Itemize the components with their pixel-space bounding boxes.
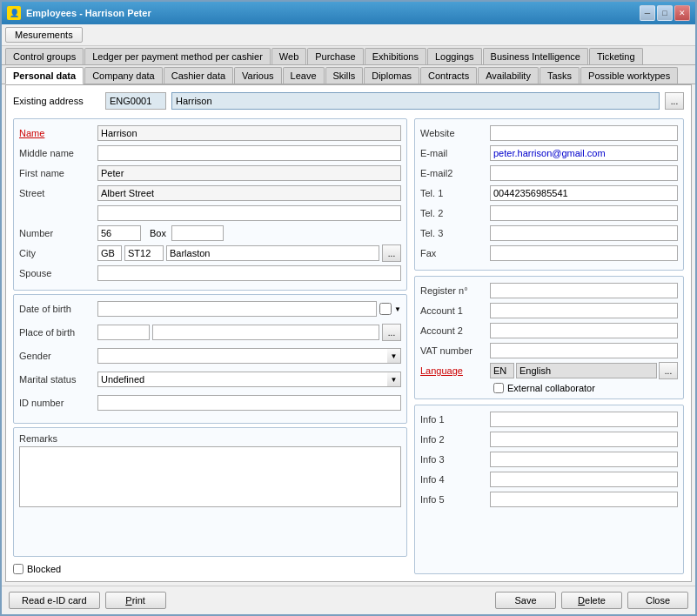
info2-input[interactable]	[490, 432, 678, 447]
tab-cashier-data[interactable]: Cashier data	[164, 67, 233, 84]
tab-ticketing[interactable]: Ticketing	[589, 48, 643, 64]
tab-skills[interactable]: Skills	[325, 67, 364, 84]
maximize-button[interactable]: □	[657, 5, 673, 21]
street-input[interactable]	[97, 185, 401, 201]
post-code-input[interactable]	[124, 245, 164, 261]
lang-name-input[interactable]	[516, 363, 657, 378]
id-row: ID number	[19, 394, 401, 412]
info4-input[interactable]	[490, 472, 678, 487]
middle-name-input[interactable]	[97, 145, 401, 161]
pob-browse-button[interactable]: ...	[382, 324, 401, 341]
remarks-section: Remarks	[13, 427, 407, 557]
account1-input[interactable]	[490, 303, 678, 318]
language-row: Language ...	[420, 362, 678, 379]
id-input[interactable]	[97, 395, 401, 411]
first-name-input[interactable]	[97, 165, 401, 181]
tel3-input[interactable]	[490, 225, 678, 241]
blocked-checkbox[interactable]	[13, 564, 23, 574]
marital-label: Marital status	[19, 374, 97, 385]
dob-input[interactable]	[97, 301, 377, 317]
pob-row: Place of birth ...	[19, 324, 401, 341]
website-input[interactable]	[490, 125, 678, 141]
close-window-button[interactable]: ✕	[674, 5, 690, 21]
address-browse-button[interactable]: ...	[665, 92, 684, 110]
blocked-row: Blocked	[13, 564, 407, 574]
minimize-button[interactable]: ─	[640, 5, 655, 21]
tel1-input[interactable]	[490, 185, 678, 201]
close-button[interactable]: Close	[627, 592, 688, 609]
right-column: Website E-mail E-mail2 Tel. 1	[414, 118, 684, 574]
tab-possible-worktypes[interactable]: Possible worktypes	[580, 67, 678, 84]
tab-company-data[interactable]: Company data	[84, 67, 163, 84]
register-input[interactable]	[490, 283, 678, 298]
delete-button[interactable]: Delete	[561, 592, 622, 609]
tab-personal-data[interactable]: Personal data	[5, 67, 84, 84]
tab-ledger[interactable]: Ledger per payment method per cashier	[84, 48, 271, 64]
account2-input[interactable]	[490, 323, 678, 338]
account2-row: Account 2	[420, 322, 678, 339]
name-row: Name	[19, 124, 401, 142]
number-input[interactable]	[97, 225, 141, 241]
street-extra-input[interactable]	[97, 205, 401, 221]
name-label[interactable]: Name	[19, 128, 97, 138]
tab-leave[interactable]: Leave	[283, 67, 325, 84]
account2-label: Account 2	[420, 325, 490, 336]
gender-dropdown-arrow[interactable]: ▼	[387, 348, 401, 364]
tab-tasks[interactable]: Tasks	[540, 67, 580, 84]
tab-purchase[interactable]: Purchase	[307, 48, 363, 64]
address-name-input[interactable]	[171, 92, 660, 110]
info5-row: Info 5	[420, 491, 678, 508]
tab-contracts[interactable]: Contracts	[420, 67, 477, 84]
lang-browse-button[interactable]: ...	[659, 362, 678, 379]
email-input[interactable]	[490, 145, 678, 161]
marital-dropdown-arrow[interactable]: ▼	[387, 372, 401, 387]
box-input[interactable]	[171, 225, 224, 241]
tab-business-intelligence[interactable]: Business Intelligence	[483, 48, 588, 64]
info3-label: Info 3	[420, 454, 490, 465]
save-button[interactable]: Save	[495, 592, 556, 609]
address-code-input[interactable]	[105, 92, 166, 110]
street-extra-row	[19, 204, 401, 222]
info2-label: Info 2	[420, 434, 490, 445]
city-name-input[interactable]	[166, 245, 379, 261]
spouse-input[interactable]	[97, 265, 401, 281]
email2-input[interactable]	[490, 165, 678, 181]
remarks-textarea[interactable]	[19, 446, 401, 507]
marital-row: Marital status ▼	[19, 371, 401, 388]
info1-input[interactable]	[490, 412, 678, 427]
tel2-input[interactable]	[490, 205, 678, 221]
tel3-label: Tel. 3	[420, 228, 490, 238]
city-browse-button[interactable]: ...	[382, 244, 401, 262]
measurements-button[interactable]: Mesurements	[5, 27, 83, 43]
ext-collab-row: External collaborator	[420, 383, 678, 393]
gender-input[interactable]	[97, 348, 387, 364]
vat-input[interactable]	[490, 343, 678, 358]
fax-input[interactable]	[490, 245, 678, 261]
tel2-label: Tel. 2	[420, 208, 490, 218]
read-eid-button[interactable]: Read e-ID card	[9, 592, 100, 609]
window-title: Employees - Harrison Peter	[26, 8, 151, 18]
name-input[interactable]	[97, 125, 401, 141]
footer-right: Save Delete Close	[495, 592, 688, 609]
info5-input[interactable]	[490, 492, 678, 507]
info1-row: Info 1	[420, 411, 678, 428]
tab-availability[interactable]: Availability	[478, 67, 539, 84]
tab-exhibitions[interactable]: Exhibitions	[365, 48, 426, 64]
email-row: E-mail	[420, 144, 678, 162]
tab-loggings[interactable]: Loggings	[427, 48, 482, 64]
ext-collab-checkbox[interactable]	[493, 383, 504, 393]
pob-input2[interactable]	[152, 325, 379, 340]
country-code-input[interactable]	[97, 245, 122, 261]
pob-input1[interactable]	[97, 325, 150, 340]
lang-code-input[interactable]	[490, 363, 514, 378]
language-label[interactable]: Language	[420, 365, 490, 376]
print-button[interactable]: Print	[105, 592, 166, 609]
tab-control-groups[interactable]: Control groups	[5, 48, 84, 64]
info3-input[interactable]	[490, 452, 678, 467]
dob-checkbox[interactable]	[379, 303, 392, 315]
tab-various[interactable]: Various	[234, 67, 281, 84]
app-icon: 👤	[7, 6, 21, 20]
marital-input[interactable]	[97, 372, 387, 387]
tab-web[interactable]: Web	[271, 48, 306, 64]
tab-diplomas[interactable]: Diplomas	[364, 67, 419, 84]
